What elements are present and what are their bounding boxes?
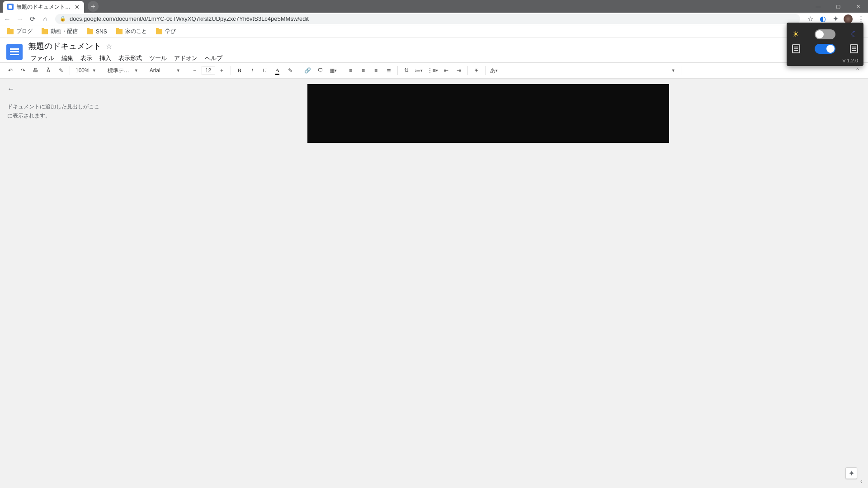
extension-version: V 1.2.0 <box>792 58 858 63</box>
document-outline-panel: ← ドキュメントに追加した見出しがここに表示されます。 <box>0 79 108 488</box>
page-scroll-area[interactable] <box>108 79 868 488</box>
outline-placeholder: ドキュメントに追加した見出しがここに表示されます。 <box>7 102 101 121</box>
folder-icon <box>116 29 123 34</box>
menu-edit[interactable]: 編集 <box>59 53 76 63</box>
workspace: ← ドキュメントに追加した見出しがここに表示されます。 ✦ ‹ <box>0 79 868 488</box>
folder-icon <box>87 29 93 34</box>
caret-down-icon: ▾ <box>436 68 438 73</box>
caret-down-icon: ▾ <box>495 68 498 73</box>
menu-view[interactable]: 表示 <box>78 53 95 63</box>
paragraph-style-select[interactable]: 標準テキス…▼ <box>105 65 141 76</box>
bookmark-folder[interactable]: ブログ <box>4 27 36 36</box>
browser-profile-avatar[interactable] <box>844 14 853 23</box>
font-size-increase-button[interactable]: + <box>216 65 228 76</box>
page-mode-toggle[interactable] <box>815 44 835 54</box>
highlight-button[interactable]: ✎ <box>284 65 296 76</box>
nav-home-button[interactable]: ⌂ <box>41 14 50 23</box>
insert-image-button[interactable]: ▦▾ <box>327 65 339 76</box>
print-button[interactable]: 🖶 <box>30 65 42 76</box>
nav-reload-button[interactable]: ⟳ <box>28 14 37 23</box>
docs-header: 無題のドキュメント ☆ ファイル 編集 表示 挿入 表示形式 ツール アドオン … <box>0 38 868 62</box>
align-center-button[interactable]: ≡ <box>358 65 369 76</box>
dark-mode-toggle[interactable] <box>815 29 835 39</box>
underline-button[interactable]: U <box>259 65 271 76</box>
document-page[interactable] <box>307 84 669 488</box>
menu-format[interactable]: 表示形式 <box>116 53 145 63</box>
menu-file[interactable]: ファイル <box>28 53 57 63</box>
window-maximize-button[interactable]: ▢ <box>828 0 848 13</box>
increase-indent-button[interactable]: ⇥ <box>453 65 465 76</box>
font-value: Arial <box>150 67 160 74</box>
font-family-select[interactable]: Arial▼ <box>147 65 183 76</box>
caret-down-icon: ▼ <box>92 68 96 73</box>
extension-popup: ☀ ☾ V 1.2.0 <box>787 23 863 66</box>
moon-icon: ☾ <box>851 29 858 39</box>
align-justify-button[interactable]: ≣ <box>383 65 395 76</box>
collapse-toolbar-button[interactable]: ⌃ <box>852 65 863 76</box>
window-minimize-button[interactable]: — <box>808 0 828 13</box>
bookmark-star-icon[interactable]: ☆ <box>806 14 815 23</box>
folder-icon <box>156 29 162 34</box>
star-icon[interactable]: ☆ <box>106 42 112 51</box>
font-size-input[interactable]: 12 <box>202 66 215 75</box>
url-text: docs.google.com/document/d/1mYC-0cTWxyXQ… <box>70 15 309 22</box>
style-value: 標準テキス… <box>108 67 132 75</box>
editing-mode-select[interactable]: ▼ <box>669 65 678 76</box>
decrease-indent-button[interactable]: ⇤ <box>440 65 452 76</box>
caret-down-icon: ▾ <box>335 68 337 73</box>
address-bar: ← → ⟳ ⌂ 🔒 docs.google.com/document/d/1mY… <box>0 13 868 25</box>
align-right-button[interactable]: ≡ <box>370 65 382 76</box>
paint-format-button[interactable]: ✎ <box>55 65 67 76</box>
nav-forward-button[interactable]: → <box>15 14 24 23</box>
zoom-value: 100% <box>75 67 90 74</box>
caret-down-icon: ▼ <box>671 68 675 73</box>
extension-darkmode-icon[interactable]: ◐ <box>818 14 827 23</box>
caret-down-icon: ▾ <box>420 68 423 73</box>
menu-help[interactable]: ヘルプ <box>202 53 225 63</box>
side-panel-toggle-icon[interactable]: ‹ <box>857 477 865 485</box>
bulleted-list-button[interactable]: ⋮≡▾ <box>426 65 439 76</box>
insert-link-button[interactable]: 🔗 <box>302 65 314 76</box>
spellcheck-button[interactable]: Ǎ <box>42 65 54 76</box>
redo-button[interactable]: ↷ <box>17 65 29 76</box>
omnibox[interactable]: 🔒 docs.google.com/document/d/1mYC-0cTWxy… <box>55 14 800 24</box>
docs-logo-icon[interactable] <box>6 44 23 60</box>
bold-button[interactable]: B <box>234 65 245 76</box>
extensions-puzzle-icon[interactable]: ✦ <box>831 14 840 23</box>
bookmark-label: 学び <box>165 28 176 35</box>
nav-back-button[interactable]: ← <box>3 14 12 23</box>
tab-close-icon[interactable]: ✕ <box>75 4 80 10</box>
bookmark-label: 動画・配信 <box>51 28 78 35</box>
font-size-decrease-button[interactable]: − <box>189 65 201 76</box>
outline-collapse-icon[interactable]: ← <box>7 85 101 93</box>
new-tab-button[interactable]: ＋ <box>88 1 99 12</box>
caret-down-icon: ▼ <box>176 68 180 73</box>
menu-tools[interactable]: ツール <box>146 53 170 63</box>
explore-button[interactable]: ✦ <box>845 467 857 479</box>
undo-button[interactable]: ↶ <box>5 65 16 76</box>
bookmark-folder[interactable]: 動画・配信 <box>38 27 81 36</box>
sun-icon: ☀ <box>792 29 799 39</box>
input-method-button[interactable]: あ▾ <box>488 65 500 76</box>
browser-menu-button[interactable]: ⋮ <box>856 14 865 23</box>
menu-addons[interactable]: アドオン <box>171 53 200 63</box>
window-close-button[interactable]: ✕ <box>848 0 868 13</box>
bookmark-folder[interactable]: 家のこと <box>113 27 151 36</box>
align-left-button[interactable]: ≡ <box>345 65 357 76</box>
zoom-select[interactable]: 100%▼ <box>73 65 99 76</box>
document-title[interactable]: 無題のドキュメント <box>28 41 101 52</box>
text-color-button[interactable]: A <box>272 65 283 76</box>
insert-comment-button[interactable]: 🗨 <box>315 65 326 76</box>
bookmark-folder[interactable]: SNS <box>83 28 111 36</box>
line-spacing-button[interactable]: ⇅ <box>401 65 412 76</box>
caret-down-icon: ▼ <box>134 68 138 73</box>
italic-button[interactable]: I <box>246 65 258 76</box>
numbered-list-button[interactable]: ≔▾ <box>413 65 425 76</box>
bookmark-folder[interactable]: 学び <box>152 27 179 36</box>
lock-icon: 🔒 <box>60 16 66 22</box>
clear-formatting-button[interactable]: T <box>471 65 482 76</box>
page-dark-icon <box>850 44 858 53</box>
ime-label: あ <box>490 67 495 75</box>
browser-tab[interactable]: 無題のドキュメント - Google ドキュメ ✕ <box>3 1 84 13</box>
menu-insert[interactable]: 挿入 <box>97 53 114 63</box>
